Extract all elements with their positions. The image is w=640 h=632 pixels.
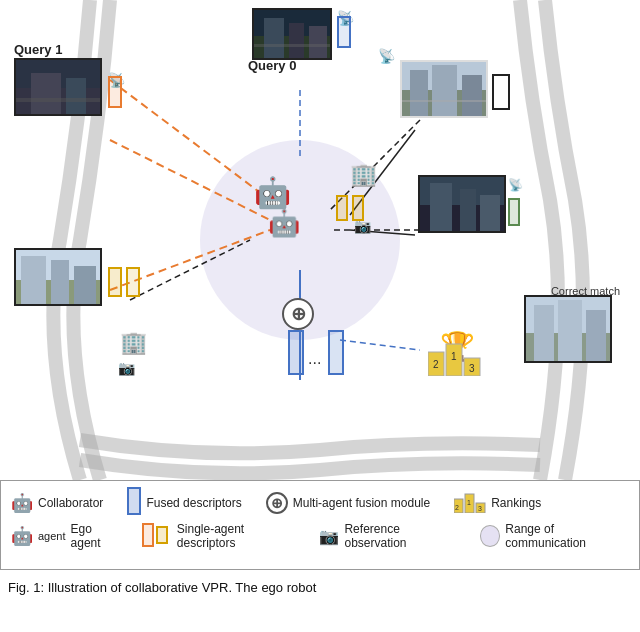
svg-rect-31 <box>430 183 452 233</box>
bottom-left-desc-yellow <box>108 267 122 297</box>
single-agent-rect-icon <box>142 523 172 550</box>
query1-label: Query 1 <box>14 42 62 57</box>
rankings-display: 2 1 3 <box>428 334 488 380</box>
svg-text:3: 3 <box>469 363 475 374</box>
bottom-left-desc-yellow2 <box>126 267 140 297</box>
legend-comm-range: Range of communication <box>480 522 629 550</box>
svg-text:3: 3 <box>478 505 482 512</box>
query0-label: Query 0 <box>248 58 296 73</box>
ego-icon: 🤖 <box>11 525 33 547</box>
fused-rect-icon <box>127 487 141 518</box>
svg-rect-38 <box>74 266 96 306</box>
legend-collaborator: 🤖 Collaborator <box>11 492 103 514</box>
top-right-antenna-icon: 📡 <box>378 48 395 64</box>
fusion-sum-icon: ⊕ <box>282 298 314 330</box>
city-icon-gold: 🏢 <box>120 330 147 356</box>
city-icon-blue: 🏢 <box>350 162 377 188</box>
caption: Fig. 1: Illustration of collaborative VP… <box>0 575 640 601</box>
rankings-label: Rankings <box>491 496 541 510</box>
ego-robot-icon: 🤖 <box>268 208 300 239</box>
main-container: Query 1 Query 0 <box>0 0 640 632</box>
correct-match-label: Correct match <box>551 285 620 297</box>
svg-rect-57 <box>143 524 153 546</box>
svg-rect-36 <box>21 256 46 306</box>
mid-right-thumbnail <box>418 175 506 233</box>
comm-range-icon <box>480 525 501 547</box>
legend-fused: Fused descriptors <box>127 487 241 518</box>
query1-thumbnail <box>14 58 102 116</box>
legend-ego: 🤖 agent Ego agent <box>11 522 118 550</box>
mid-right-desc-rect <box>508 198 520 226</box>
svg-rect-20 <box>289 23 304 60</box>
center-desc-yellow <box>336 195 348 221</box>
svg-text:1: 1 <box>451 351 457 362</box>
svg-rect-41 <box>534 305 554 363</box>
legend-row-2: 🤖 agent Ego agent Single-agent descripto… <box>11 522 629 550</box>
collaborator-label: Collaborator <box>38 496 103 510</box>
single-agent-label: Single-agent descriptors <box>177 522 296 550</box>
legend-area: 🤖 Collaborator Fused descriptors ⊕ Multi… <box>0 480 640 570</box>
camera-icon: 📷 <box>319 527 339 546</box>
fused-desc1 <box>288 330 304 375</box>
caption-text: Fig. 1: Illustration of collaborative VP… <box>8 580 316 595</box>
svg-text:1: 1 <box>467 499 471 506</box>
svg-text:2: 2 <box>433 359 439 370</box>
fused-label: Fused descriptors <box>146 496 241 510</box>
fusion-module-icon: ⊕ <box>266 492 288 514</box>
rankings-icon: 2 1 3 <box>454 489 486 516</box>
svg-rect-42 <box>558 300 582 363</box>
ref-obs-label: Reference observation <box>344 522 455 550</box>
svg-rect-33 <box>480 195 500 233</box>
svg-rect-19 <box>264 18 284 60</box>
svg-rect-16 <box>16 98 100 102</box>
collaborator-icon: 🤖 <box>11 492 33 514</box>
legend-rankings: 2 1 3 Rankings <box>454 489 541 516</box>
top-right-thumbnail <box>400 60 488 118</box>
top-right-desc-rect <box>492 74 510 110</box>
svg-rect-25 <box>410 70 428 118</box>
legend-single-agent: Single-agent descriptors <box>142 522 296 550</box>
comm-range-label: Range of communication <box>505 522 629 550</box>
svg-rect-58 <box>157 527 167 543</box>
fused-desc2 <box>328 330 344 375</box>
bottom-camera-icon: 📷 <box>118 360 135 376</box>
ego-label: Ego agent <box>71 522 118 550</box>
correct-match-thumbnail <box>524 295 612 363</box>
svg-rect-21 <box>309 26 327 60</box>
collaborator-robot-icon: 🤖 <box>254 175 291 210</box>
query1-desc-rect <box>108 76 122 108</box>
legend-row-1: 🤖 Collaborator Fused descriptors ⊕ Multi… <box>11 487 629 518</box>
query0-thumbnail <box>252 8 332 60</box>
legend-ref-obs: 📷 Reference observation <box>319 522 455 550</box>
bottom-left-thumbnail <box>14 248 102 306</box>
query0-desc-rect <box>337 16 351 48</box>
svg-text:2: 2 <box>455 504 459 511</box>
svg-rect-43 <box>586 310 606 363</box>
svg-rect-26 <box>432 65 457 118</box>
svg-rect-14 <box>31 73 61 115</box>
svg-rect-22 <box>254 44 330 47</box>
fusion-module-label: Multi-agent fusion module <box>293 496 430 510</box>
legend-fusion-module: ⊕ Multi-agent fusion module <box>266 492 430 514</box>
svg-line-6 <box>340 340 420 350</box>
center-camera-icon: 📷 <box>354 218 371 234</box>
mid-right-antenna-icon: 📡 <box>508 178 523 192</box>
ellipsis-label: ... <box>308 350 321 368</box>
diagram-area: Query 1 Query 0 <box>0 0 640 480</box>
svg-rect-50 <box>128 488 140 514</box>
svg-rect-15 <box>66 78 86 116</box>
svg-rect-32 <box>460 189 476 233</box>
svg-rect-28 <box>402 100 486 102</box>
svg-rect-27 <box>462 75 482 118</box>
svg-rect-37 <box>51 260 69 306</box>
